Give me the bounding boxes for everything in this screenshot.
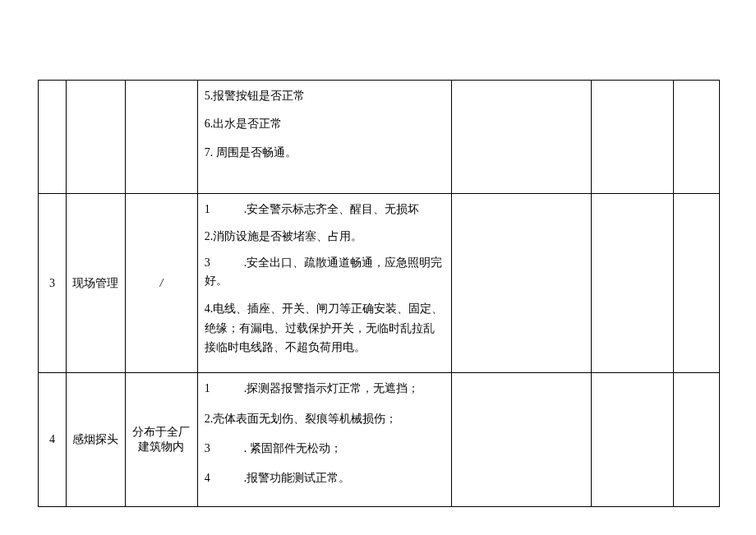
cell-num	[39, 81, 67, 194]
table-row: 4 感烟探头 分布于全厂建筑物内 1.探测器报警指示灯正常，无遮挡； 2.壳体表…	[39, 373, 720, 507]
cell-empty	[592, 194, 674, 373]
content-line: 1.探测器报警指示灯正常，无遮挡；	[205, 380, 445, 398]
cell-location: /	[125, 194, 197, 373]
content-line: 2.消防设施是否被堵塞、占用。	[205, 228, 445, 246]
cell-num: 4	[39, 373, 67, 507]
cell-empty	[674, 373, 720, 507]
content-line: 7. 周围是否畅通。	[205, 144, 445, 162]
table-row: 5.报警按钮是否正常 6.出水是否正常 7. 周围是否畅通。	[39, 81, 720, 194]
content-line: 2.壳体表面无划伤、裂痕等机械损伤；	[205, 410, 445, 428]
cell-location: 分布于全厂建筑物内	[125, 373, 197, 507]
content-line: 6.出水是否正常	[205, 115, 445, 133]
cell-empty	[452, 81, 592, 194]
cell-category: 感烟探头	[66, 373, 125, 507]
inspection-table: 5.报警按钮是否正常 6.出水是否正常 7. 周围是否畅通。 3 现场管理 / …	[38, 80, 720, 507]
cell-category	[66, 81, 125, 194]
content-line: 4.电线、插座、开关、闸刀等正确安装、固定、绝缘；有漏电、过载保护开关，无临时乱…	[205, 299, 445, 357]
cell-empty	[592, 81, 674, 194]
cell-content: 1.探测器报警指示灯正常，无遮挡； 2.壳体表面无划伤、裂痕等机械损伤； 3. …	[197, 373, 452, 507]
cell-empty	[674, 194, 720, 373]
content-line: 3.安全出口、疏散通道畅通，应急照明完好。	[205, 254, 445, 291]
content-line: 1.安全警示标志齐全、醒目、无损坏	[205, 201, 445, 219]
cell-empty	[452, 373, 592, 507]
table-row: 3 现场管理 / 1.安全警示标志齐全、醒目、无损坏 2.消防设施是否被堵塞、占…	[39, 194, 720, 373]
cell-num: 3	[39, 194, 67, 373]
content-line: 5.报警按钮是否正常	[205, 87, 445, 105]
cell-location	[125, 81, 197, 194]
cell-empty	[674, 81, 720, 194]
document-page: 5.报警按钮是否正常 6.出水是否正常 7. 周围是否畅通。 3 现场管理 / …	[0, 0, 756, 535]
cell-empty	[452, 194, 592, 373]
cell-empty	[592, 373, 674, 507]
content-line: 3. 紧固部件无松动；	[205, 440, 445, 458]
content-line: 4.报警功能测试正常。	[205, 469, 445, 487]
cell-content: 1.安全警示标志齐全、醒目、无损坏 2.消防设施是否被堵塞、占用。 3.安全出口…	[197, 194, 452, 373]
cell-content: 5.报警按钮是否正常 6.出水是否正常 7. 周围是否畅通。	[197, 81, 452, 194]
cell-category: 现场管理	[66, 194, 125, 373]
